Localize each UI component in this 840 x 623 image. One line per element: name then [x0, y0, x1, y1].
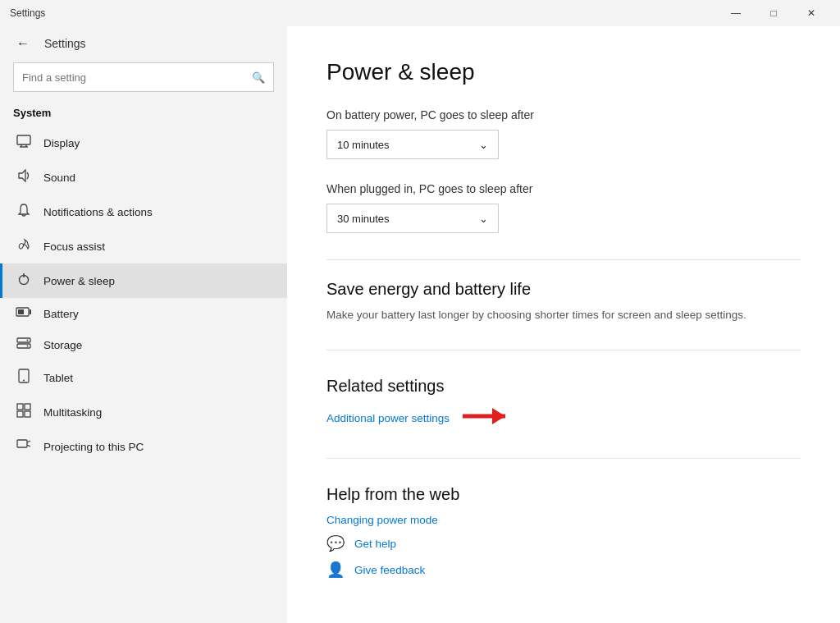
close-button[interactable]: ✕ [792, 0, 830, 26]
page-title: Power & sleep [326, 59, 801, 85]
svg-rect-19 [25, 411, 30, 417]
sidebar-item-projecting[interactable]: Projecting to this PC [0, 429, 287, 464]
app-container: ← Settings 🔍 System Display [0, 26, 840, 623]
storage-label: Storage [43, 339, 82, 351]
main-content: Power & sleep On battery power, PC goes … [287, 26, 840, 623]
multitasking-label: Multitasking [43, 406, 102, 419]
maximize-button[interactable]: □ [755, 0, 792, 26]
sidebar-item-tablet[interactable]: Tablet [0, 360, 287, 395]
multitasking-icon [16, 403, 32, 421]
svg-marker-24 [492, 408, 505, 424]
sound-label: Sound [43, 172, 75, 184]
plugged-sleep-dropdown[interactable]: 30 minutes ⌄ [326, 204, 499, 233]
battery-sleep-chevron: ⌄ [479, 139, 488, 151]
svg-rect-9 [18, 309, 24, 314]
sidebar-item-notifications[interactable]: Notifications & actions [0, 195, 287, 229]
svg-rect-11 [17, 344, 30, 348]
battery-sleep-value: 10 minutes [337, 139, 390, 151]
display-icon [16, 134, 32, 152]
back-icon: ← [16, 36, 30, 51]
plugged-sleep-value: 30 minutes [337, 213, 390, 225]
storage-icon [16, 337, 32, 352]
titlebar: Settings — □ ✕ [0, 0, 840, 26]
svg-rect-0 [17, 135, 30, 144]
additional-power-row: Additional power settings [326, 404, 801, 432]
sidebar-item-display[interactable]: Display [0, 126, 287, 160]
save-energy-desc: Make your battery last longer by choosin… [326, 307, 801, 323]
svg-rect-17 [25, 404, 30, 410]
divider-3 [326, 458, 801, 459]
notifications-label: Notifications & actions [43, 206, 153, 218]
window-controls: — □ ✕ [717, 0, 830, 26]
plugged-sleep-label: When plugged in, PC goes to sleep after [326, 182, 801, 195]
give-feedback-row[interactable]: 👤 Give feedback [326, 561, 801, 579]
plugged-sleep-chevron: ⌄ [479, 213, 488, 225]
svg-rect-20 [17, 440, 27, 447]
give-feedback-icon: 👤 [326, 561, 345, 579]
search-box[interactable]: 🔍 [13, 62, 274, 92]
help-section: Help from the web Changing power mode 💬 … [326, 485, 801, 579]
sound-icon [16, 168, 32, 186]
related-settings-section: Related settings Additional power settin… [326, 377, 801, 432]
power-icon [16, 272, 32, 290]
sidebar-app-title: Settings [44, 37, 86, 50]
power-label: Power & sleep [43, 275, 115, 287]
svg-rect-16 [17, 404, 23, 410]
additional-power-link[interactable]: Additional power settings [326, 412, 450, 424]
get-help-link[interactable]: Get help [354, 538, 396, 550]
sidebar-item-multitasking[interactable]: Multitasking [0, 395, 287, 429]
divider-2 [326, 350, 801, 350]
changing-power-link[interactable]: Changing power mode [326, 514, 438, 526]
focus-label: Focus assist [43, 240, 105, 253]
search-icon: 🔍 [252, 71, 265, 84]
svg-point-15 [23, 380, 25, 382]
search-input[interactable] [22, 71, 245, 84]
divider-1 [326, 259, 801, 260]
battery-sleep-label: On battery power, PC goes to sleep after [326, 108, 801, 121]
svg-point-12 [27, 340, 29, 341]
minimize-button[interactable]: — [717, 0, 755, 26]
sidebar-item-power[interactable]: Power & sleep [0, 263, 287, 298]
related-settings-heading: Related settings [326, 377, 801, 396]
projecting-icon [16, 437, 32, 456]
sidebar-top: ← Settings [0, 26, 287, 59]
sidebar: ← Settings 🔍 System Display [0, 26, 287, 623]
search-box-container: 🔍 [0, 59, 287, 102]
sidebar-item-storage[interactable]: Storage [0, 329, 287, 360]
battery-sleep-dropdown[interactable]: 10 minutes ⌄ [326, 130, 499, 159]
battery-icon [16, 306, 32, 321]
svg-marker-4 [19, 170, 25, 181]
tablet-icon [16, 369, 32, 387]
svg-rect-18 [17, 411, 23, 417]
give-feedback-link[interactable]: Give feedback [354, 564, 425, 576]
save-energy-section: Save energy and battery life Make your b… [326, 280, 801, 323]
svg-point-13 [27, 346, 29, 347]
sidebar-item-battery[interactable]: Battery [0, 298, 287, 329]
notifications-icon [16, 203, 32, 221]
red-arrow-icon [459, 404, 509, 432]
tablet-label: Tablet [43, 372, 73, 384]
get-help-row[interactable]: 💬 Get help [326, 534, 801, 552]
battery-label: Battery [43, 308, 79, 320]
focus-icon [16, 237, 32, 255]
projecting-label: Projecting to this PC [43, 441, 144, 453]
system-section-label: System [0, 102, 287, 126]
app-title: Settings [10, 7, 717, 19]
svg-rect-8 [30, 309, 31, 314]
get-help-icon: 💬 [326, 534, 345, 552]
display-label: Display [43, 137, 80, 149]
save-energy-heading: Save energy and battery life [326, 280, 801, 299]
sidebar-item-sound[interactable]: Sound [0, 160, 287, 195]
help-heading: Help from the web [326, 485, 801, 504]
battery-sleep-section: On battery power, PC goes to sleep after… [326, 108, 801, 233]
changing-power-row[interactable]: Changing power mode [326, 514, 801, 526]
svg-rect-10 [17, 338, 30, 342]
sidebar-item-focus[interactable]: Focus assist [0, 229, 287, 263]
back-button[interactable]: ← [13, 34, 33, 53]
